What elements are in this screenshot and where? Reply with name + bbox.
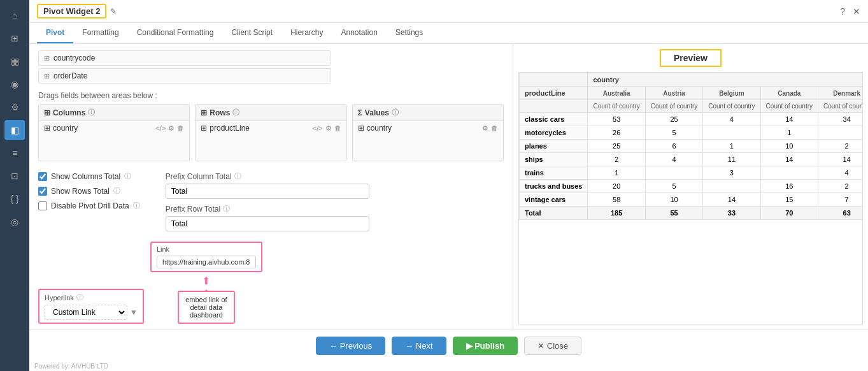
table-row: vintage cars58101415775893142 <box>520 193 864 207</box>
tab-formatting[interactable]: Formatting <box>73 23 127 43</box>
rows-item-productline[interactable]: ⊞ productLine </> ⚙ 🗑 <box>196 121 346 135</box>
rows-item-gear-icon[interactable]: ⚙ <box>325 124 332 133</box>
sidebar-icon-filter[interactable]: ⊡ <box>4 166 25 186</box>
table-row: planes25611021232812435 <box>520 140 864 153</box>
field-countrycode[interactable]: ⊞ countrycode <box>38 50 331 66</box>
tab-hierarchy[interactable]: Hierarchy <box>281 23 332 43</box>
table-cell-value: 26 <box>588 126 645 140</box>
close-icon[interactable]: ✕ <box>853 6 860 17</box>
right-panel: Preview country productLine Australia Au… <box>513 44 868 330</box>
rows-area-header: ⊞ Rows ⓘ <box>196 105 346 121</box>
table-cell-value <box>760 166 818 180</box>
options-section: Show Columns Total ⓘ Show Rows Total ⓘ D… <box>38 171 504 231</box>
sidebar-icon-code[interactable]: { } <box>4 189 25 209</box>
sidebar-icon-grid[interactable]: ⊞ <box>4 28 25 48</box>
columns-item-code-icon[interactable]: </> <box>155 124 166 133</box>
show-columns-total-checkbox[interactable] <box>38 172 47 181</box>
columns-item-country[interactable]: ⊞ country </> ⚙ 🗑 <box>39 121 189 135</box>
tab-pivot[interactable]: Pivot <box>37 23 73 43</box>
table-header-row-2: productLine Australia Austria Belgium Ca… <box>520 87 864 100</box>
show-rows-total-checkbox[interactable] <box>38 187 47 196</box>
prev-button[interactable]: ← Previous <box>316 337 385 355</box>
show-rows-total-info[interactable]: ⓘ <box>113 186 120 196</box>
prefix-column-row: Prefix Column Total ⓘ <box>166 171 369 199</box>
link-input[interactable] <box>157 256 256 268</box>
rows-item-delete-icon[interactable]: 🗑 <box>334 124 341 133</box>
prefix-row-label: Prefix Row Total ⓘ <box>166 204 369 214</box>
sidebar-icon-book[interactable]: ≡ <box>4 143 25 163</box>
th-canada: Canada <box>760 87 818 100</box>
table-cell-value: 1 <box>760 126 818 140</box>
values-item-gear-icon[interactable]: ⚙ <box>482 124 488 133</box>
table-cell-label: trains <box>520 166 588 180</box>
disable-pivot-drill-info[interactable]: ⓘ <box>133 201 140 210</box>
table-row: trucks and buses2051621130213 <box>520 180 864 193</box>
tab-settings[interactable]: Settings <box>387 23 432 43</box>
table-cell-value <box>818 126 863 140</box>
values-item-country[interactable]: ⊞ country ⚙ 🗑 <box>353 121 503 135</box>
publish-button[interactable]: ▶ Publish <box>453 337 518 355</box>
help-icon[interactable]: ? <box>840 6 845 17</box>
table-cell-value: 10 <box>645 193 702 207</box>
columns-area-header: ⊞ Columns ⓘ <box>39 105 189 121</box>
table-cell-value: 34 <box>818 113 863 126</box>
tab-annotation[interactable]: Annotation <box>332 23 386 43</box>
values-info-icon[interactable]: ⓘ <box>392 108 399 117</box>
columns-item-delete-icon[interactable]: 🗑 <box>177 124 184 133</box>
show-columns-total-info[interactable]: ⓘ <box>124 171 131 181</box>
rows-info-icon[interactable]: ⓘ <box>232 108 239 117</box>
embed-line2: detail data <box>185 303 227 311</box>
prefix-row-info[interactable]: ⓘ <box>223 204 230 214</box>
prefix-row-input[interactable] <box>166 216 369 231</box>
show-columns-total-label: Show Columns Total <box>51 172 120 181</box>
table-cell-label: vintage cars <box>520 193 588 207</box>
tab-conditional-formatting[interactable]: Conditional Formatting <box>128 23 223 43</box>
powered-by: Powered by: AIVHUB LTD <box>29 361 868 371</box>
sidebar-icon-settings[interactable]: ⚙ <box>4 97 25 117</box>
table-container[interactable]: country productLine Australia Austria Be… <box>518 72 863 324</box>
sidebar-icon-globe[interactable]: ◎ <box>4 212 25 232</box>
prefix-column-input[interactable] <box>166 184 369 199</box>
embed-line1: embed link of <box>185 296 227 303</box>
columns-item-label: country <box>53 124 78 133</box>
table-cell-value: 4 <box>703 113 760 126</box>
table-cell-value: 1 <box>703 140 760 153</box>
table-cell-value: 4 <box>645 153 702 166</box>
columns-item-icon: ⊞ <box>44 124 50 133</box>
disable-pivot-drill-checkbox[interactable] <box>38 201 47 210</box>
tab-client-script[interactable]: Client Script <box>222 23 281 43</box>
prefix-column-info[interactable]: ⓘ <box>234 171 241 181</box>
hyperlink-chevron-icon[interactable]: ▼ <box>130 308 138 317</box>
table-cell-value: 6 <box>645 140 702 153</box>
sidebar-icon-home[interactable]: ⌂ <box>4 5 25 25</box>
table-cell-value: 25 <box>588 140 645 153</box>
sidebar-icon-pivot[interactable]: ◧ <box>4 120 25 140</box>
field-label-orderdate: orderDate <box>53 71 325 80</box>
columns-info-icon[interactable]: ⓘ <box>88 108 95 117</box>
sidebar-icon-user[interactable]: ◉ <box>4 74 25 94</box>
rows-grid-icon: ⊞ <box>201 108 207 117</box>
body-area: ⊞ countrycode ⊞ orderDate Drags fields b… <box>29 44 868 330</box>
values-label: Values <box>365 108 389 117</box>
close-button[interactable]: ✕ Close <box>524 337 581 355</box>
table-cell-label: classic cars <box>520 113 588 126</box>
columns-area: ⊞ Columns ⓘ ⊞ country </> ⚙ 🗑 <box>38 104 190 161</box>
table-cell-label: planes <box>520 140 588 153</box>
th-count-belgium: Count of country <box>703 100 760 113</box>
pivot-table: country productLine Australia Austria Be… <box>519 73 863 220</box>
hyperlink-select[interactable]: Custom Link <box>45 305 127 320</box>
table-cell-value: 14 <box>760 153 818 166</box>
table-header-row-1: country <box>520 73 864 87</box>
columns-item-gear-icon[interactable]: ⚙ <box>168 124 174 133</box>
values-item-icon: ⊞ <box>358 124 364 133</box>
sidebar-icon-chart[interactable]: ▦ <box>4 51 25 71</box>
show-rows-total-label: Show Rows Total <box>51 187 110 196</box>
next-button[interactable]: → Next <box>392 337 446 355</box>
edit-icon[interactable]: ✎ <box>110 7 117 16</box>
field-orderdate[interactable]: ⊞ orderDate <box>38 68 331 84</box>
th-productline <box>520 73 588 87</box>
values-item-actions: ⚙ 🗑 <box>482 124 498 133</box>
rows-item-code-icon[interactable]: </> <box>313 124 323 133</box>
values-item-delete-icon[interactable]: 🗑 <box>491 124 498 133</box>
hyperlink-info-icon[interactable]: ⓘ <box>76 293 83 302</box>
